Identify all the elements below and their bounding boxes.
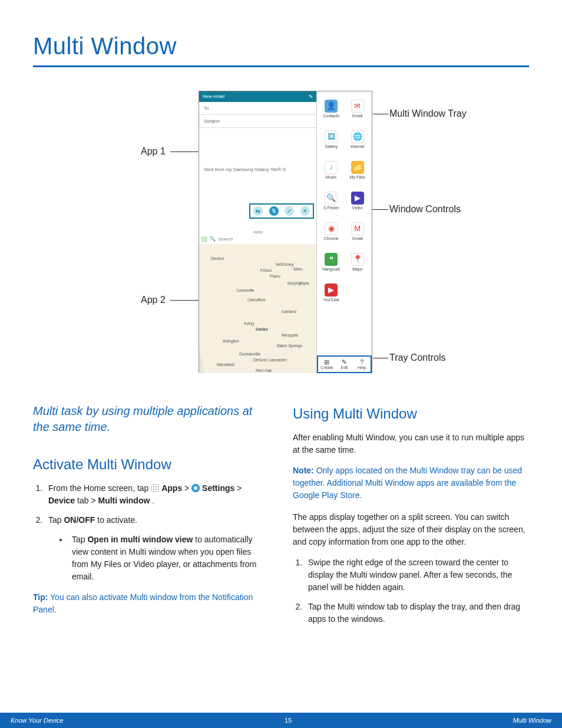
- settings-icon: [191, 484, 200, 492]
- tray-app-label: Maps: [352, 267, 362, 271]
- gmail-icon: M: [351, 222, 364, 235]
- map-city: Wylie: [299, 281, 309, 285]
- paragraph: After enabling Multi Window, you can use…: [293, 431, 529, 456]
- tray-app-label: Gmail: [352, 236, 363, 241]
- bold-apps: Apps: [161, 483, 182, 493]
- left-column: Multi task by using multiple application…: [33, 403, 269, 634]
- s-finder-icon: 🔍: [325, 192, 338, 205]
- email-subject: Subject: [199, 115, 317, 128]
- tip: Tip: You can also activate Multi window …: [33, 591, 269, 616]
- step-2: Tap the Multi window tab to display the …: [305, 601, 529, 625]
- text: >: [184, 483, 191, 493]
- title-rule: [33, 65, 529, 67]
- text: From the Home screen, tap: [48, 483, 151, 493]
- page-title: Multi Window: [33, 33, 529, 60]
- label-tray: Multi Window Tray: [389, 108, 484, 119]
- label-app1: App 1: [141, 146, 166, 157]
- music-icon: ♪: [325, 161, 338, 174]
- map-city: Lancaster: [269, 358, 287, 362]
- map-menu-icon: [201, 236, 207, 242]
- youtube-icon: ▶: [325, 284, 338, 297]
- page-footer: Know Your Device 15 Multi Window: [0, 713, 562, 728]
- tray-app-gallery: 🖼Gallery: [318, 124, 345, 154]
- step-1: Swipe the right edge of the screen towar…: [305, 556, 529, 594]
- tray-app-maps: 📍Maps: [345, 247, 371, 276]
- map-city: DeSoto: [253, 358, 267, 362]
- gallery-icon: 🖼: [325, 130, 338, 143]
- leader-tray: [373, 114, 388, 114]
- map-city: Red Oak: [256, 368, 272, 373]
- tray-app-label: Gallery: [325, 144, 338, 149]
- my-files-icon: 📁: [351, 161, 364, 174]
- hangouts-icon: ❝: [325, 253, 338, 266]
- tray-control-label: Help: [358, 365, 366, 370]
- figure: App 1 App 2 Multi Window Tray Window Con…: [33, 91, 529, 374]
- app-pane-1: New email ✎ To Subject Sent from my Sams…: [199, 91, 317, 232]
- bold-multiwindow: Multi window: [98, 496, 150, 505]
- winctrl-close-icon: ✕: [300, 206, 310, 216]
- text: .: [152, 496, 154, 505]
- multi-window-tray: 👤Contacts✉Email🖼Gallery🌐Internet♪Music📁M…: [316, 91, 372, 373]
- bullet: Tap Open in multi window view to automat…: [68, 533, 269, 583]
- heading-using: Using Multi Window: [293, 403, 529, 424]
- internet-icon: 🌐: [351, 130, 364, 143]
- tray-app-youtube: ▶YouTube: [318, 278, 345, 307]
- map-city: Duncanville: [239, 352, 260, 356]
- leader-tray-controls: [373, 358, 388, 358]
- tray-controls: ⊞Create✎Edit?Help: [317, 355, 372, 373]
- tray-control-label: Create: [320, 365, 333, 370]
- step-1: From the Home screen, tap Apps > Setting…: [45, 482, 269, 507]
- tagline: Multi task by using multiple application…: [33, 403, 269, 435]
- tray-app-my-files: 📁My Files: [345, 155, 371, 185]
- tray-app-chrome: ◉Chrome: [318, 216, 345, 246]
- map-city: Denton: [211, 256, 224, 261]
- map-city: Garland: [282, 309, 296, 314]
- bold-device: Device: [48, 496, 75, 505]
- text: to activate.: [97, 515, 137, 525]
- leader-app2: [170, 300, 199, 301]
- footer-page: 15: [285, 717, 292, 724]
- winctrl-drag-icon: ⇆: [253, 206, 263, 216]
- map-city: Plano: [270, 274, 280, 278]
- paragraph: The apps display together on a split scr…: [293, 511, 529, 548]
- apps-icon: [151, 484, 159, 492]
- winctrl-expand-icon: ⤢: [285, 206, 294, 216]
- tray-app-s-finder: 🔍S Finder: [318, 186, 345, 215]
- tray-app-music: ♪Music: [318, 155, 345, 185]
- text: Tap: [48, 515, 64, 525]
- tray-app-email: ✉Email: [345, 94, 371, 123]
- map-city: Allen: [293, 267, 303, 271]
- map-city: Mesquite: [282, 333, 298, 337]
- edit-icon: ✎: [342, 359, 347, 365]
- help-icon: ?: [360, 359, 363, 365]
- step-2: Tap ON/OFF to activate. Tap Open in mult…: [45, 514, 269, 583]
- map-city: Dallas: [256, 327, 268, 331]
- email-signature: Sent from my Samsung Galaxy Tab® S: [199, 163, 317, 176]
- bold-onoff: ON/OFF: [64, 515, 95, 525]
- tray-app-label: Music: [326, 175, 336, 179]
- tip-label: Tip:: [33, 592, 48, 602]
- footer-left: Know Your Device: [11, 717, 64, 724]
- map-city: Lewisville: [237, 288, 254, 292]
- label-controls: Window Controls: [389, 204, 484, 215]
- email-to: To: [199, 102, 317, 115]
- map-search-placeholder: Search: [218, 236, 233, 242]
- tray-app-label: Email: [352, 114, 363, 118]
- tray-control-edit: ✎Edit: [336, 357, 353, 372]
- map-toolbar: 🔍 Search: [199, 234, 317, 245]
- map-city: Carrollton: [247, 298, 265, 302]
- video-icon: ▶: [351, 192, 364, 205]
- tray-app-video: ▶Video: [345, 186, 371, 215]
- window-controls: ⇆ ⇅ ⤢ ✕: [249, 203, 314, 219]
- leader-app1: [170, 151, 199, 152]
- tray-control-label: Edit: [340, 365, 348, 370]
- bold-open-mw: Open in multi window view: [87, 535, 193, 544]
- email-header: New email ✎: [199, 91, 317, 102]
- note-label: Note:: [293, 466, 314, 475]
- map-city: Balch Springs: [277, 344, 302, 348]
- label-tray-controls: Tray Controls: [389, 353, 484, 363]
- device-screenshot: New email ✎ To Subject Sent from my Sams…: [199, 91, 372, 373]
- tray-app-hangouts: ❝Hangouts: [318, 247, 345, 276]
- contacts-icon: 👤: [325, 100, 338, 113]
- app-pane-2: 🔍 Search Dallas Plano Denton Garland Mes…: [199, 234, 317, 373]
